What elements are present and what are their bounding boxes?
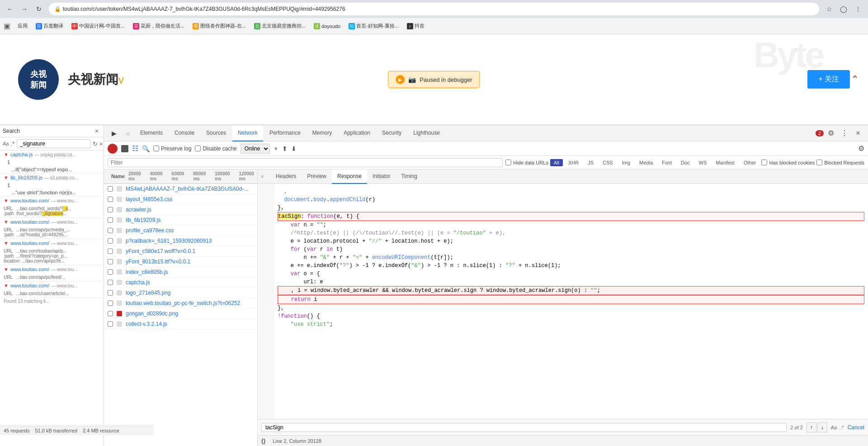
chip-doc[interactable]: Doc bbox=[677, 160, 693, 166]
chip-manifest[interactable]: Manifest bbox=[712, 160, 738, 166]
regex-toggle-button[interactable]: .* bbox=[840, 425, 844, 430]
chip-css[interactable]: CSS bbox=[599, 160, 617, 166]
bookmark-doyoudo[interactable]: d doyoudo bbox=[311, 22, 343, 31]
code-tab-initiator[interactable]: Initiator bbox=[367, 169, 396, 184]
chip-media[interactable]: Media bbox=[636, 160, 656, 166]
file-item[interactable]: p?callback=_6181_1593092060913 bbox=[104, 236, 257, 246]
bookmark-zhihu[interactable]: 知 首页-好知网-重拾... bbox=[346, 21, 401, 31]
bookmark-design[interactable]: 中 中国设计网-中国首... bbox=[69, 21, 127, 31]
tab-console[interactable]: Console bbox=[169, 125, 200, 141]
file-checkbox[interactable] bbox=[108, 259, 113, 264]
file-item[interactable]: gongan_d0289dc.png bbox=[104, 309, 257, 319]
tab-security[interactable]: Security bbox=[377, 125, 407, 141]
star-button[interactable]: ☆ bbox=[823, 3, 835, 15]
aa-toggle-button[interactable]: Aa bbox=[3, 141, 9, 146]
refresh-button[interactable]: ↻ bbox=[33, 3, 45, 15]
tab-network[interactable]: Network bbox=[232, 125, 263, 141]
code-tab-response[interactable]: Response bbox=[332, 169, 367, 184]
tab-sources[interactable]: Sources bbox=[201, 125, 231, 141]
file-item[interactable]: logo_271e845.png bbox=[104, 288, 257, 298]
hide-data-urls-label[interactable]: Hide data URLs bbox=[505, 160, 548, 165]
file-item[interactable]: toutiao.web.toutiao_pc-pc-fe_switch.js?t… bbox=[104, 298, 257, 309]
file-item[interactable]: MS4wLjABAAAAZ-7_bvlhGk-tKa7Z4B3GUSA0d-..… bbox=[104, 184, 257, 194]
profile-button[interactable]: ◯ bbox=[837, 3, 850, 15]
chip-xhr[interactable]: XHR bbox=[565, 160, 582, 166]
code-tab-headers[interactable]: Headers bbox=[270, 169, 302, 184]
chip-all[interactable]: All bbox=[550, 159, 563, 166]
cancel-search-button[interactable]: Cancel bbox=[848, 424, 864, 431]
file-checkbox[interactable] bbox=[108, 186, 113, 192]
search-cancel-button[interactable]: × bbox=[99, 140, 103, 148]
chip-font[interactable]: Font bbox=[658, 160, 675, 166]
file-item[interactable]: index_c8e805b.js bbox=[104, 267, 257, 277]
file-checkbox[interactable] bbox=[108, 269, 113, 275]
result-file-item[interactable]: ▼ www.toutiao.com/ — www.tou... bbox=[0, 197, 104, 205]
file-item[interactable]: collect-v.3.2.14.js bbox=[104, 319, 257, 329]
chip-other[interactable]: Other bbox=[740, 160, 760, 166]
blocked-requests-label[interactable]: Blocked Requests bbox=[816, 160, 864, 165]
apps-icon[interactable]: ▣ bbox=[4, 22, 10, 30]
tab-application[interactable]: Application bbox=[338, 125, 376, 141]
format-icon[interactable]: {} bbox=[261, 438, 265, 444]
chevron-up-icon[interactable]: ⌃ bbox=[851, 74, 859, 85]
file-checkbox[interactable] bbox=[108, 207, 113, 212]
filter-button[interactable]: ☷ bbox=[132, 144, 138, 153]
tab-elements[interactable]: Elements bbox=[135, 125, 168, 141]
address-bar[interactable]: 🔒 toutiao.com/c/user/token/MS4wLjABAAAAZ… bbox=[49, 3, 819, 15]
code-tab-timing[interactable]: Timing bbox=[396, 169, 423, 184]
search-close-button[interactable]: × bbox=[93, 127, 101, 135]
bookmark-baidu[interactable]: 百 百度翻译 bbox=[33, 21, 66, 31]
next-match-button[interactable]: ↓ bbox=[817, 423, 827, 432]
chip-img[interactable]: Img bbox=[618, 160, 634, 166]
chip-ws[interactable]: WS bbox=[695, 160, 711, 166]
result-file-item[interactable]: ▼ lib_6b19209.js — s3.pstatp.co... bbox=[0, 174, 104, 182]
inspect-button[interactable]: ▶ bbox=[108, 127, 120, 140]
filter-input[interactable] bbox=[108, 158, 503, 167]
play-icon[interactable]: ▶ bbox=[396, 75, 405, 84]
devtools-more-button[interactable]: ⋮ bbox=[838, 127, 851, 140]
file-item[interactable]: lib_6b19209.js bbox=[104, 215, 257, 225]
network-settings-button[interactable]: ⚙ bbox=[858, 144, 864, 153]
result-file-item[interactable]: ▼ www.toutiao.com/ — www.tou... bbox=[0, 218, 104, 226]
bookmark-flower[interactable]: 花 花厨，陪你做生活... bbox=[130, 21, 187, 31]
blocked-cookies-label[interactable]: Has blocked cookies bbox=[761, 160, 815, 165]
result-file-item[interactable]: ▼ captcha.js — unpkg.pstatp.co... bbox=[0, 150, 104, 159]
file-checkbox[interactable] bbox=[108, 321, 113, 327]
close-code-panel-button[interactable]: × bbox=[258, 172, 267, 181]
bookmark-apps[interactable]: 应用 bbox=[15, 21, 30, 31]
more-menu-button[interactable]: ⋮ bbox=[852, 3, 864, 15]
search-bottom-input[interactable] bbox=[261, 423, 787, 432]
devtools-settings-button[interactable]: ⚙ bbox=[825, 127, 837, 140]
file-checkbox[interactable] bbox=[108, 197, 113, 202]
record-button[interactable] bbox=[108, 144, 118, 154]
chip-js[interactable]: JS bbox=[584, 160, 597, 166]
import-button[interactable]: ⬆ bbox=[282, 145, 288, 152]
result-line-item[interactable]: ..."use strict";function n(e)(v... bbox=[0, 189, 104, 196]
result-file-item[interactable]: ▼ www.toutiao.com/ — www.tou... bbox=[0, 265, 104, 273]
blocked-requests-checkbox[interactable] bbox=[816, 160, 822, 165]
clear-button[interactable] bbox=[121, 145, 128, 152]
file-checkbox[interactable] bbox=[108, 300, 113, 306]
file-item[interactable]: layout_f4855e3.css bbox=[104, 194, 257, 205]
preserve-log-label[interactable]: Preserve log bbox=[153, 146, 191, 152]
file-item[interactable]: captcha.js bbox=[104, 277, 257, 288]
aa-toggle-button[interactable]: Aa bbox=[831, 425, 837, 430]
hide-data-urls-checkbox[interactable] bbox=[505, 160, 511, 165]
device-toolbar-button[interactable]: ◽ bbox=[121, 127, 134, 140]
file-item[interactable]: yFont_c580e17.woff?v=0.0.1 bbox=[104, 246, 257, 257]
file-checkbox[interactable] bbox=[108, 228, 113, 233]
preserve-log-checkbox[interactable] bbox=[153, 146, 159, 151]
forward-button[interactable]: → bbox=[18, 3, 31, 15]
bookmark-beijing[interactable]: 北 北京德易堂微商控... bbox=[251, 21, 308, 31]
file-checkbox[interactable] bbox=[108, 280, 113, 285]
file-checkbox[interactable] bbox=[108, 217, 113, 223]
file-item[interactable]: acrawler.js bbox=[104, 205, 257, 215]
result-file-item[interactable]: ▼ www.toutiao.com/ — www.tou... bbox=[0, 239, 104, 247]
tab-memory[interactable]: Memory bbox=[307, 125, 337, 141]
file-checkbox[interactable] bbox=[108, 249, 113, 254]
bookmark-monster[interactable]: 图 图怪兽作图神器-在... bbox=[190, 21, 249, 31]
search-field[interactable] bbox=[17, 139, 91, 148]
result-file-item[interactable]: ▼ www.toutiao.com/ — www.tou... bbox=[0, 282, 104, 290]
file-item[interactable]: yFont_8013b15.ttf?v=0.0.1 bbox=[104, 257, 257, 267]
prev-match-button[interactable]: ↑ bbox=[807, 423, 816, 432]
